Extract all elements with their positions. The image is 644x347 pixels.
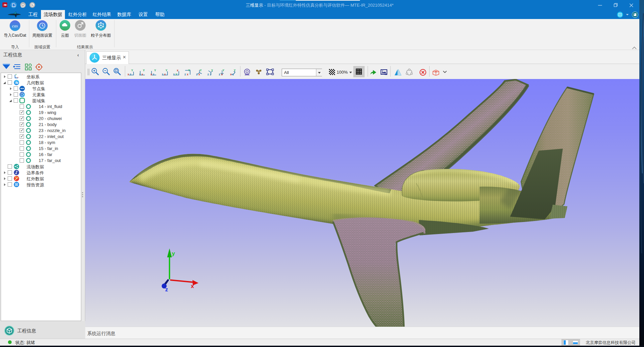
svg-text:z: z [219, 73, 220, 76]
svg-text:z: z [173, 73, 174, 76]
svg-text:x: x [230, 73, 232, 76]
svg-text:z: z [165, 286, 168, 293]
svg-text:cas: cas [12, 23, 18, 28]
svg-text:Y: Y [175, 73, 177, 76]
svg-text:x: x [191, 283, 194, 289]
svg-text:Y: Y [143, 69, 145, 72]
svg-text:Y: Y [211, 69, 213, 72]
svg-text:x: x [151, 73, 152, 76]
svg-text:x: x [198, 73, 200, 76]
svg-text:y: y [172, 250, 175, 257]
svg-text:z: z [210, 73, 211, 76]
svg-text:x: x [221, 73, 223, 76]
svg-text:z: z [139, 73, 141, 76]
svg-text:Y: Y [234, 69, 236, 72]
svg-text:Y: Y [200, 69, 202, 72]
svg-text:z: z [16, 76, 17, 78]
svg-text:z: z [232, 73, 234, 76]
svg-text:Y: Y [15, 74, 17, 76]
svg-text:x: x [187, 73, 188, 76]
svg-text:Y: Y [154, 69, 156, 72]
svg-text:z: z [153, 73, 154, 76]
svg-text:z: z [162, 73, 163, 76]
svg-text:Y: Y [165, 69, 167, 72]
svg-text:Y: Y [188, 69, 190, 72]
svg-text:Y: Y [131, 69, 133, 72]
svg-text:x: x [17, 76, 19, 78]
svg-text:z: z [196, 73, 197, 76]
svg-text:x: x [177, 69, 178, 72]
svg-text:x: x [142, 73, 143, 76]
svg-text:x: x [164, 73, 166, 76]
svg-text:z: z [184, 73, 186, 76]
svg-text:z: z [207, 73, 209, 76]
svg-text:x: x [128, 73, 129, 76]
svg-text:Y: Y [222, 69, 224, 72]
svg-text:z: z [130, 73, 131, 76]
